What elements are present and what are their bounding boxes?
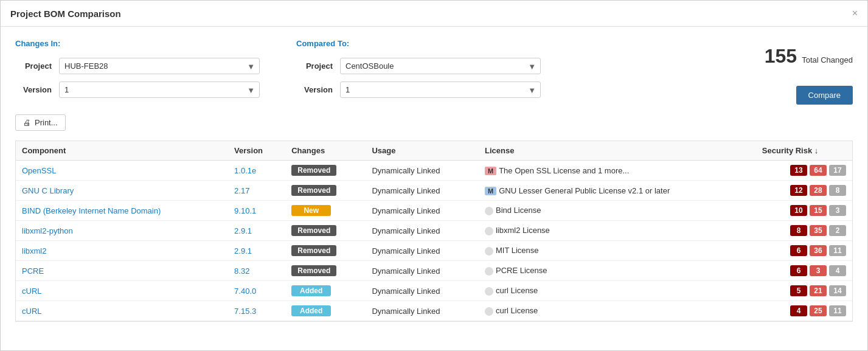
cell-usage: Dynamically Linked: [366, 201, 479, 221]
cell-usage: Dynamically Linked: [366, 301, 479, 321]
print-section: 🖨 Print...: [15, 105, 853, 131]
component-link[interactable]: BIND (Berkeley Internet Name Domain): [22, 206, 161, 215]
cell-usage: Dynamically Linked: [366, 161, 479, 181]
version-link[interactable]: 2.9.1: [234, 246, 252, 255]
version-link[interactable]: 2.9.1: [234, 226, 252, 235]
component-link[interactable]: GNU C Library: [22, 186, 74, 195]
cell-usage: Dynamically Linked: [366, 281, 479, 301]
close-button[interactable]: ×: [852, 8, 858, 19]
security-badges: 63611: [762, 245, 846, 256]
cell-license: Bind License: [479, 201, 756, 221]
cell-license: MThe Open SSL License and 1 more...: [479, 161, 756, 181]
license-text: libxml2 License: [496, 226, 550, 235]
cell-security-risk: 52114: [756, 281, 852, 301]
cell-component[interactable]: OpenSSL: [16, 161, 228, 181]
changes-in-project-select[interactable]: HUB-FEB28: [59, 58, 260, 74]
changes-in-version-row: Version 1 ▼: [15, 82, 260, 98]
cell-version: 9.10.1: [228, 201, 285, 221]
changes-in-version-select[interactable]: 1: [59, 82, 260, 98]
license-text: The Open SSL License and 1 more...: [499, 166, 629, 175]
compared-to-version-label: Version: [296, 85, 333, 94]
total-changed-label: Total Changed: [802, 55, 853, 64]
cell-component[interactable]: libxml2-python: [16, 221, 228, 241]
security-badge-2: 11: [829, 305, 846, 316]
changes-in-project-label: Project: [15, 61, 52, 71]
cell-changes: New: [285, 201, 366, 221]
cell-usage: Dynamically Linked: [366, 241, 479, 261]
license-text: curl License: [496, 306, 538, 315]
license-text: Bind License: [496, 206, 541, 215]
title-bar: Project BOM Comparison ×: [1, 1, 867, 27]
cell-security-risk: 63611: [756, 241, 852, 261]
table-row: PCRE8.32RemovedDynamically LinkedPCRE Li…: [16, 261, 852, 281]
compared-to-label: Compared To:: [296, 39, 541, 48]
license-dot-badge: [485, 307, 493, 316]
compared-to-version-select[interactable]: 1: [340, 82, 541, 98]
printer-icon: 🖨: [23, 118, 31, 127]
cell-usage: Dynamically Linked: [366, 221, 479, 241]
cell-component[interactable]: cURL: [16, 301, 228, 321]
cell-changes: Added: [285, 301, 366, 321]
table-row: BIND (Berkeley Internet Name Domain)9.10…: [16, 201, 852, 221]
security-badges: 136417: [762, 165, 846, 176]
security-badge-0: 10: [790, 205, 807, 216]
security-badge-1: 36: [810, 245, 827, 256]
cell-version: 8.32: [228, 261, 285, 281]
security-badge-0: 6: [790, 245, 807, 256]
cell-license: PCRE License: [479, 261, 756, 281]
cell-component[interactable]: BIND (Berkeley Internet Name Domain): [16, 201, 228, 221]
table-row: cURL7.40.0AddedDynamically Linkedcurl Li…: [16, 281, 852, 301]
table-row: cURL7.15.3AddedDynamically Linkedcurl Li…: [16, 301, 852, 321]
changes-in-version-label: Version: [15, 85, 52, 94]
cell-component[interactable]: libxml2: [16, 241, 228, 261]
version-link[interactable]: 7.40.0: [234, 287, 256, 296]
security-badges: 634: [762, 265, 846, 276]
security-badge-2: 14: [829, 285, 846, 296]
window-title: Project BOM Comparison: [10, 9, 121, 19]
version-link[interactable]: 7.15.3: [234, 307, 256, 316]
version-link[interactable]: 9.10.1: [234, 206, 256, 215]
version-link[interactable]: 2.17: [234, 186, 249, 195]
table-row: libxml22.9.1RemovedDynamically LinkedMIT…: [16, 241, 852, 261]
component-link[interactable]: OpenSSL: [22, 166, 56, 175]
changes-in-section: Changes In: Project HUB-FEB28 ▼ Version: [15, 39, 260, 98]
security-badge-0: 6: [790, 265, 807, 276]
cell-changes: Removed: [285, 261, 366, 281]
cell-usage: Dynamically Linked: [366, 181, 479, 201]
security-badge-2: 3: [829, 205, 846, 216]
compared-to-project-select[interactable]: CentOSBoule: [340, 58, 541, 74]
bom-table: Component Version Changes Usage License …: [16, 141, 852, 321]
table-row: libxml2-python2.9.1RemovedDynamically Li…: [16, 221, 852, 241]
cell-component[interactable]: GNU C Library: [16, 181, 228, 201]
cell-component[interactable]: PCRE: [16, 261, 228, 281]
security-badge-2: 8: [829, 185, 846, 196]
security-badge-0: 12: [790, 185, 807, 196]
component-link[interactable]: libxml2-python: [22, 226, 73, 235]
cell-security-risk: 12288: [756, 181, 852, 201]
total-changed-display: 155 Total Changed: [765, 45, 853, 68]
version-link[interactable]: 1.0.1e: [234, 166, 256, 175]
security-badge-2: 11: [829, 245, 846, 256]
security-badges: 12288: [762, 185, 846, 196]
security-badge-2: 2: [829, 225, 846, 236]
cell-component[interactable]: cURL: [16, 281, 228, 301]
compare-button[interactable]: Compare: [796, 86, 853, 105]
security-badge-1: 64: [810, 165, 827, 176]
security-badge-1: 3: [810, 265, 827, 276]
form-sections: Changes In: Project HUB-FEB28 ▼ Version: [15, 39, 541, 98]
changes-badge: Removed: [291, 185, 336, 196]
security-badge-1: 15: [810, 205, 827, 216]
version-link[interactable]: 8.32: [234, 266, 249, 276]
print-button[interactable]: 🖨 Print...: [15, 114, 66, 131]
component-link[interactable]: PCRE: [22, 266, 44, 276]
compared-to-project-label: Project: [296, 61, 333, 71]
print-button-label: Print...: [35, 118, 58, 127]
component-link[interactable]: cURL: [22, 287, 42, 296]
component-link[interactable]: libxml2: [22, 246, 46, 255]
col-version: Version: [228, 141, 285, 161]
col-usage: Usage: [366, 141, 479, 161]
component-link[interactable]: cURL: [22, 307, 42, 316]
cell-license: curl License: [479, 281, 756, 301]
changes-badge: Removed: [291, 165, 336, 176]
col-security-risk[interactable]: Security Risk ↓: [756, 141, 852, 161]
